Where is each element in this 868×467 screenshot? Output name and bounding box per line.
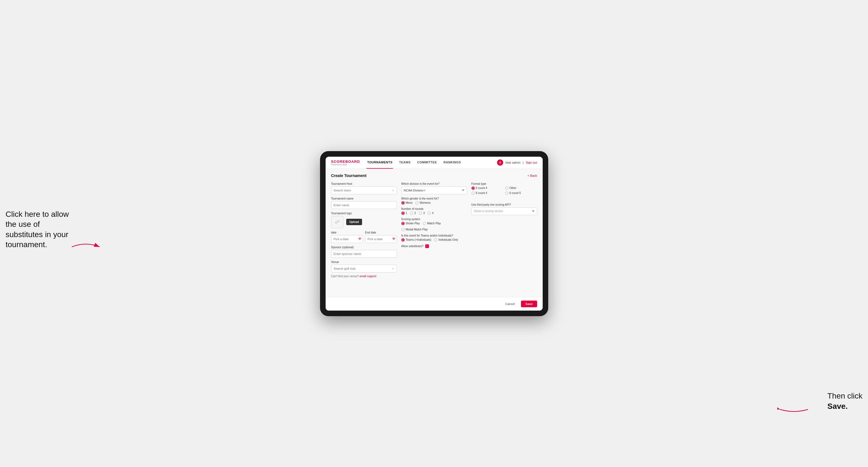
tournament-logo-label: Tournament logo <box>331 212 397 215</box>
format-6count4[interactable]: 6 count 4 <box>471 191 503 195</box>
nav-rankings[interactable]: RANKINGS <box>443 157 462 169</box>
gender-label: Which gender is the event for? <box>401 197 467 200</box>
gender-mens-radio[interactable] <box>401 201 405 205</box>
scoring-medal-radio[interactable] <box>401 228 405 231</box>
logo-upload-area: ☍ Upload <box>331 216 397 228</box>
page-title: Create Tournament <box>331 174 367 178</box>
nav-teams[interactable]: TEAMS <box>399 157 411 169</box>
tournament-host-label: Tournament Host <box>331 182 397 185</box>
form-column-3: Format type 5 count 4 Other <box>471 182 537 278</box>
rounds-3-radio[interactable] <box>419 212 422 215</box>
sign-out-link[interactable]: Sign out <box>526 161 537 164</box>
tablet-frame: SCOREBOARD Powered by clippd TOURNAMENTS… <box>320 151 548 316</box>
cancel-button[interactable]: Cancel <box>502 301 518 307</box>
username: blair admin <box>505 161 520 164</box>
end-date-label: End date <box>365 231 397 234</box>
event-type-individuals[interactable]: Individuals Only <box>434 238 458 242</box>
start-date-group: date 📅 <box>331 231 363 243</box>
sponsor-label: Sponsor (optional) <box>331 246 397 249</box>
gender-mens[interactable]: Mens <box>401 201 412 205</box>
venue-note: Can't find your venue? email support <box>331 275 397 278</box>
event-type-teams[interactable]: Teams (+Individuals) <box>401 238 431 242</box>
rounds-radio-group: 1 2 3 4 <box>401 212 467 215</box>
venue-input[interactable] <box>331 265 397 273</box>
nav-user: B blair admin | Sign out <box>497 159 537 165</box>
division-select[interactable]: NCAA Division I <box>401 186 467 194</box>
division-group: Which division is the event for? NCAA Di… <box>401 182 467 194</box>
gender-womens-radio[interactable] <box>415 201 418 205</box>
nav-committee[interactable]: COMMITTEE <box>416 157 437 169</box>
substitutes-label: Allow substitutes? <box>401 245 424 248</box>
format-other-radio[interactable] <box>505 186 508 190</box>
back-button[interactable]: < Back <box>528 174 537 177</box>
event-type-group: Is this event for Teams and/or Individua… <box>401 234 467 242</box>
tournament-host-input[interactable] <box>331 186 397 194</box>
tournament-name-input[interactable] <box>331 201 397 209</box>
rounds-4-radio[interactable] <box>428 212 431 215</box>
rounds-2-radio[interactable] <box>410 212 413 215</box>
substitutes-checkbox[interactable]: ✓ <box>425 244 429 248</box>
rounds-1[interactable]: 1 <box>401 212 407 215</box>
annotation-right: Then click Save. <box>827 391 862 411</box>
rounds-3[interactable]: 3 <box>419 212 425 215</box>
nav-tournaments[interactable]: TOURNAMENTS <box>367 157 393 169</box>
event-type-individuals-radio[interactable] <box>434 238 437 242</box>
page-header: Create Tournament < Back <box>331 174 537 178</box>
save-button[interactable]: Save <box>521 301 537 307</box>
rounds-2[interactable]: 2 <box>410 212 416 215</box>
scoring-medal[interactable]: Medal Match Play <box>401 228 428 231</box>
email-support-link[interactable]: email support <box>360 275 376 278</box>
tournament-logo-group: Tournament logo ☍ Upload <box>331 212 397 228</box>
form-column-2: Which division is the event for? NCAA Di… <box>401 182 467 278</box>
division-label: Which division is the event for? <box>401 182 467 185</box>
tablet-screen: SCOREBOARD Powered by clippd TOURNAMENTS… <box>326 157 543 311</box>
tournament-name-group: Tournament name <box>331 197 397 209</box>
event-type-radio-group: Teams (+Individuals) Individuals Only <box>401 238 467 242</box>
scoring-match[interactable]: Match Play <box>423 222 441 225</box>
navigation: SCOREBOARD Powered by clippd TOURNAMENTS… <box>326 157 543 169</box>
tournament-name-label: Tournament name <box>331 197 397 200</box>
format-6count4-radio[interactable] <box>471 191 475 195</box>
form-footer: Cancel Save <box>326 297 543 311</box>
format-6count5[interactable]: 6 count 5 <box>505 191 537 195</box>
scoring-service-label: Use third-party live scoring API? <box>471 203 537 206</box>
format-5count4[interactable]: 5 count 4 <box>471 186 503 190</box>
end-date-group: End date 📅 <box>365 231 397 243</box>
scoring-service-select[interactable]: Select a scoring service <box>471 207 537 215</box>
format-6count5-radio[interactable] <box>505 191 508 195</box>
format-label: Format type <box>471 182 537 185</box>
app-logo: SCOREBOARD Powered by clippd <box>331 159 360 165</box>
venue-group: Venue ▼ Can't find your venue? email sup… <box>331 260 397 278</box>
rounds-4[interactable]: 4 <box>428 212 434 215</box>
sponsor-input[interactable] <box>331 250 397 258</box>
scoring-group: Scoring system Stroke Play Match Play <box>401 218 467 231</box>
arrow-right-icon <box>777 402 811 417</box>
annotation-left: Click here to allow the use of substitut… <box>6 209 72 250</box>
scoring-match-radio[interactable] <box>423 222 426 225</box>
rounds-label: Number of rounds <box>401 207 467 210</box>
rounds-1-radio[interactable] <box>401 212 405 215</box>
gender-group: Which gender is the event for? Mens Wome… <box>401 197 467 205</box>
venue-label: Venue <box>331 260 397 263</box>
format-5count4-radio[interactable] <box>471 186 475 190</box>
gender-radio-group: Mens Womens <box>401 201 467 205</box>
scoring-stroke[interactable]: Stroke Play <box>401 222 420 225</box>
logo-text: SCOREBOARD <box>331 159 360 164</box>
upload-button[interactable]: Upload <box>346 219 362 225</box>
nav-separator: | <box>523 161 524 164</box>
scoring-label: Scoring system <box>401 218 467 221</box>
arrow-left-icon <box>69 239 102 256</box>
nav-links: TOURNAMENTS TEAMS COMMITTEE RANKINGS <box>367 157 497 169</box>
format-other[interactable]: Other <box>505 186 537 190</box>
format-options: 5 count 4 Other 6 count 4 <box>471 186 537 195</box>
form-grid: Tournament Host ▼ Tournament name Tourna… <box>331 182 537 278</box>
date-row: date 📅 End date 📅 <box>331 231 397 243</box>
page-content: Create Tournament < Back Tournament Host… <box>326 169 543 297</box>
gender-womens[interactable]: Womens <box>415 201 431 205</box>
substitutes-checkbox-item: Allow substitutes? ✓ <box>401 244 467 248</box>
sponsor-group: Sponsor (optional) <box>331 246 397 258</box>
event-type-label: Is this event for Teams and/or Individua… <box>401 234 467 237</box>
scoring-stroke-radio[interactable] <box>401 222 405 225</box>
rounds-group: Number of rounds 1 2 <box>401 207 467 215</box>
event-type-teams-radio[interactable] <box>401 238 405 242</box>
